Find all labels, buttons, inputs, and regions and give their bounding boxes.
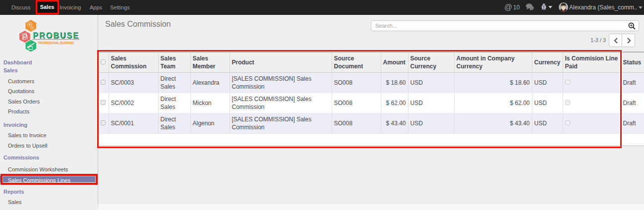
svg-text:PROBUSE: PROBUSE [33, 31, 78, 40]
svg-text:PROFESSIONAL BUSINESS: PROFESSIONAL BUSINESS [38, 41, 74, 45]
